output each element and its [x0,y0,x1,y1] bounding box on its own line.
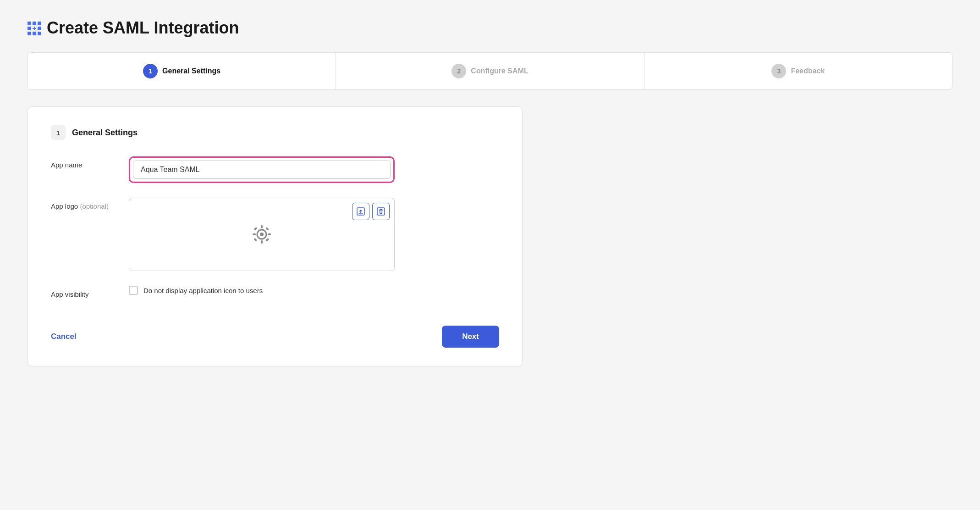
page-header: Create SAML Integration [28,18,952,38]
svg-rect-12 [253,238,257,242]
app-visibility-label: App visibility [51,286,110,298]
visibility-checkbox-row: Do not display application icon to users [129,286,395,295]
next-button[interactable]: Next [442,326,499,348]
section-number: 1 [51,125,66,140]
upload-logo-button[interactable] [352,203,369,220]
app-name-highlight-border [129,156,395,183]
stepper-step-3[interactable]: 3 Feedback [644,53,952,89]
svg-rect-3 [377,208,385,215]
svg-rect-10 [254,227,258,231]
app-name-input[interactable] [133,161,391,179]
logo-upload-wrap [129,198,395,271]
stepper-step-1[interactable]: 1 General Settings [28,53,336,89]
section-title: General Settings [72,128,138,138]
svg-rect-6 [261,225,263,228]
app-visibility-row: App visibility Do not display applicatio… [51,286,499,298]
upload-icon [357,207,365,216]
svg-point-5 [260,233,264,236]
app-name-label: App name [51,156,110,169]
card-footer: Cancel Next [51,316,499,348]
step-1-label: General Settings [162,67,220,75]
grid-plus-icon [28,22,41,35]
app-logo-row: App logo (optional) [51,198,499,271]
stepper: 1 General Settings 2 Configure SAML 3 Fe… [28,52,952,90]
placeholder-gear-icon [250,222,274,246]
visibility-control-wrap: Do not display application icon to users [129,286,395,295]
plus-center-icon [33,27,36,30]
visibility-checkbox-label: Do not display application icon to users [143,287,263,294]
optional-tag: (optional) [80,202,109,210]
svg-rect-9 [268,233,271,235]
svg-rect-13 [265,238,269,242]
section-header: 1 General Settings [51,125,499,140]
trash-icon [377,207,385,216]
visibility-checkbox[interactable] [129,286,138,295]
stepper-step-2[interactable]: 2 Configure SAML [336,53,644,89]
app-logo-label: App logo (optional) [51,198,110,210]
delete-logo-button[interactable] [372,203,390,220]
step-3-label: Feedback [791,67,825,75]
page-title: Create SAML Integration [47,18,239,38]
app-name-row: App name [51,156,499,183]
svg-rect-7 [261,240,263,244]
step-1-circle: 1 [143,64,158,78]
logo-upload-buttons [352,203,390,220]
logo-upload-area[interactable] [129,198,395,271]
svg-rect-1 [33,28,36,29]
svg-rect-11 [265,227,269,231]
svg-rect-8 [253,233,256,235]
cancel-button[interactable]: Cancel [51,332,77,341]
app-name-input-wrap [129,156,395,183]
main-card: 1 General Settings App name App logo (op… [28,106,523,366]
step-2-circle: 2 [451,64,466,78]
step-3-circle: 3 [771,64,786,78]
step-2-label: Configure SAML [471,67,528,75]
